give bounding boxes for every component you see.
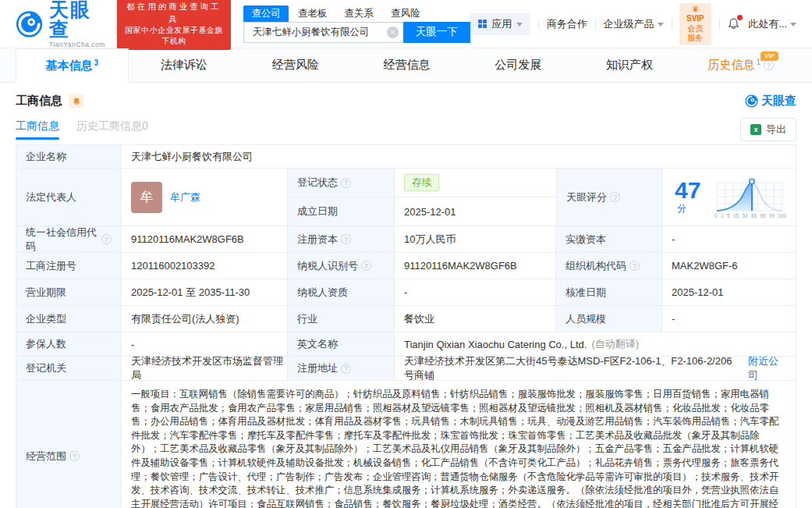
tab-label: 经营信息 [384,58,431,73]
paid-capital-value: - [662,226,796,252]
axis-tick: 100 [778,213,786,218]
industry-value: 餐饮业 [395,306,556,332]
brand-slogan: 都在用的商业查询工具 国家中小企业发展子基金旗下机构 [117,0,232,50]
tab-历史信息[interactable]: 历史信息1VIP [685,48,796,82]
logo-icon [745,94,758,108]
search-tab-company[interactable]: 查公司 [243,5,289,22]
svip-label: ♛ SVIP [686,5,704,24]
help-icon[interactable] [341,364,351,374]
axis-tick: 99 [769,213,775,218]
help-icon[interactable] [101,234,112,244]
score-cell: 47分 [662,169,796,226]
help-icon[interactable] [361,261,371,271]
legal-rep-link[interactable]: 牟广森 [170,190,200,204]
nav-more[interactable]: 此处有... [748,17,796,31]
reg-number-value: 120116002103392 [122,253,288,279]
axis-tick: 95 [760,213,765,218]
help-icon[interactable] [629,261,640,271]
tab-基本信息[interactable]: 基本信息3 [16,48,129,83]
avatar[interactable]: 牟 [131,182,162,213]
tab-经营风险[interactable]: 经营风险 [239,48,351,82]
approval-date-value: 2025-12-01 [662,279,796,305]
chevron-down-icon [790,23,796,27]
credit-code-value: 91120116MAK2W8GF6B [122,226,288,252]
english-name-value: Tianjin Qixian Xiaochu Catering Co., Ltd… [404,339,587,350]
english-name-label: 英文名称 [288,332,395,356]
company-type-label: 企业类型 [16,306,122,332]
export-button[interactable]: x 导出 [740,118,796,141]
establish-date-label: 成立日期 [288,197,395,226]
nav-cooperation[interactable]: 商务合作 [547,17,587,31]
logo-icon [16,9,43,39]
axis-tick: 50 [742,213,747,218]
help-icon[interactable] [341,178,351,188]
search-button[interactable]: 天眼一下 [403,22,470,43]
industry-label: 行业 [288,306,395,332]
search-tab-risk[interactable]: 查风险 [383,5,428,22]
subtab-business-info[interactable]: 工商信息 [16,119,59,140]
slogan-line2: 国家中小企业发展子基金旗下机构 [123,25,225,47]
company-name-value: 天津七鲜小厨餐饮有限公司 [122,145,796,168]
tab-经营信息[interactable]: 经营信息 [351,48,463,82]
help-icon[interactable] [764,60,774,70]
table-row: 营业期限 2025-12-01 至 2035-11-30 纳税人资质 - 核准日… [16,279,796,306]
english-name-cell: Tianjin Qixian Xiaochu Catering Co., Ltd… [395,332,796,356]
svip-sublabel: 会员服务 [686,24,704,44]
excel-icon: x [750,124,761,135]
help-icon[interactable] [69,451,80,461]
reg-authority-value: 天津经济技术开发区市场监督管理局 [122,357,288,380]
watermark-text: 天眼查 [761,94,796,108]
business-info-table: 企业名称 天津七鲜小厨餐饮有限公司 法定代表人 牟 牟广森 登记状态 存续 [16,144,796,508]
reg-address-cell: 天津经济技术开发区第二大街45号泰达MSD-F区F2-106-1、F2-106-… [395,357,796,380]
tab-label: 公司发展 [495,58,541,73]
reg-capital-label: 注册资本 [288,226,395,252]
header-nav: 应用 商务合作 企业级产品 ♛ SVIP 会员服务 此处有... [470,3,796,45]
subtab-history-info[interactable]: 历史工商信息0 [76,119,148,140]
taxpayer-id-value: 91120116MAK2W8GF6B [395,253,556,279]
axis-tick: 5 [727,213,730,218]
notification-bell-icon[interactable] [727,17,740,30]
score-axis-ticks: 0151550859599100 [714,213,786,218]
tianyancha-logo[interactable]: 天眼查 TianYanCha.com [16,0,108,48]
tab-label: 法律诉讼 [161,58,207,73]
tab-知识产权[interactable]: 知识产权 [574,48,686,82]
search-input[interactable] [243,22,402,43]
help-icon[interactable] [610,192,620,202]
score-value: 47分 [675,179,704,215]
export-label: 导出 [766,123,786,137]
axis-tick: 0 [714,213,718,218]
divider [719,19,720,30]
chevron-down-icon [658,23,664,27]
tab-label: 知识产权 [606,58,653,73]
tab-count: 3 [94,59,99,67]
axis-tick: 85 [751,213,757,218]
nav-more-label: 此处有... [748,17,787,31]
insured-value: - [122,332,288,356]
table-row: 工商注册号 120116002103392 纳税人识别号 91120116MAK… [16,253,796,279]
table-row: 登记机关 天津经济技术开发区市场监督管理局 注册地址 天津经济技术开发区第二大街… [16,357,796,381]
svip-member-badge[interactable]: ♛ SVIP 会员服务 [679,3,711,45]
section-title: 工商信息 [16,94,62,108]
search-tab-relation[interactable]: 查关系 [336,5,381,22]
legal-rep-label: 法定代表人 [16,169,122,226]
apps-menu[interactable]: 应用 [470,13,531,35]
business-term-value: 2025-12-01 至 2035-11-30 [122,279,288,305]
brand-domain: TianYanCha.com [49,41,108,48]
org-code-value: MAK2W8GF-6 [662,253,796,279]
business-scope-label: 经营范围 [16,381,122,508]
tab-公司发展[interactable]: 公司发展 [463,48,574,82]
divider [672,19,672,30]
nav-enterprise[interactable]: 企业级产品 [604,17,664,31]
alert-bell-icon[interactable] [69,94,83,108]
nearby-companies-link[interactable]: 附近公司 [748,354,786,382]
taxpayer-qualification-value: - [395,279,556,305]
help-icon[interactable] [341,234,351,244]
tab-法律诉讼[interactable]: 法律诉讼 [129,48,240,82]
apps-label: 应用 [491,17,512,31]
score-distribution-chart[interactable]: 0151550859599100 [714,176,786,218]
slogan-line1: 都在用的商业查询工具 [123,1,225,26]
search-tab-boss[interactable]: 查老板 [290,5,335,22]
brand-name: 天眼查 [49,0,108,39]
table-row: 企业类型 有限责任公司(法人独资) 行业 餐饮业 人员规模 - [16,306,796,332]
table-row: 企业名称 天津七鲜小厨餐饮有限公司 [16,145,796,169]
